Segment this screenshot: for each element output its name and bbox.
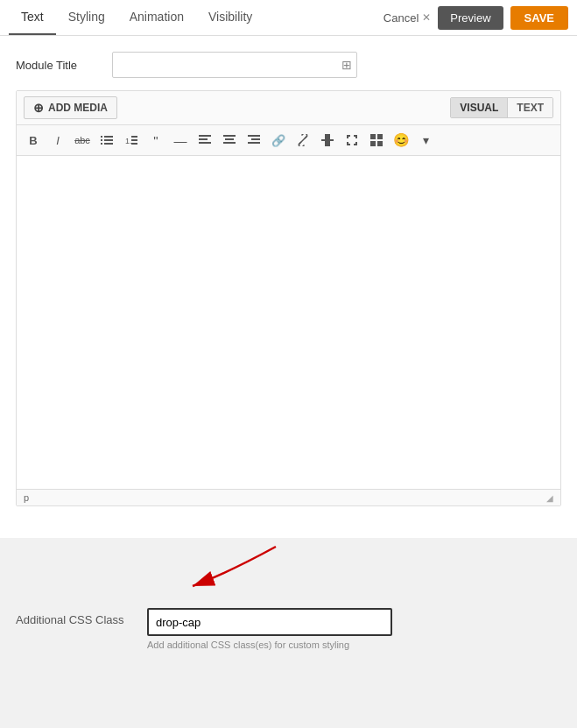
svg-rect-3 [104,139,113,141]
visual-button[interactable]: VISUAL [451,98,507,117]
visual-text-toggle: VISUAL TEXT [450,97,553,118]
align-right-button[interactable] [243,129,265,152]
italic-button[interactable]: I [46,129,69,152]
unordered-list-button[interactable] [95,129,118,152]
blockquote-button[interactable]: " [144,129,167,152]
svg-rect-5 [104,143,113,145]
svg-rect-26 [377,141,383,146]
tab-styling[interactable]: Styling [56,0,117,35]
strikethrough-button[interactable]: abc [71,129,94,152]
svg-rect-24 [377,134,383,139]
svg-line-19 [299,136,307,145]
resize-handle[interactable]: ◢ [546,493,553,503]
svg-text:1.: 1. [125,137,132,145]
close-icon: ✕ [422,11,431,24]
header-actions: Cancel ✕ Preview SAVE [383,6,568,30]
tab-text[interactable]: Text [9,0,56,35]
module-title-row: Module Title ⊞ [16,52,561,78]
align-left-button[interactable] [194,129,216,152]
unlink-button[interactable] [292,129,314,152]
align-center-button[interactable] [218,129,241,152]
svg-rect-4 [101,143,102,145]
main-content: Module Title ⊞ ⊕ ADD MEDIA VISUAL TEXT [0,36,577,538]
svg-rect-13 [223,135,236,137]
add-media-icon: ⊕ [33,101,44,115]
ordered-list-button[interactable]: 1. [120,129,143,152]
css-class-label: Additional CSS Class [16,608,147,626]
emoji-button[interactable]: 😊 [390,129,412,152]
save-button[interactable]: SAVE [510,6,568,30]
svg-rect-20 [321,139,334,141]
cancel-button[interactable]: Cancel ✕ [383,11,431,25]
svg-rect-7 [131,136,137,138]
arrow-svg [140,538,447,599]
tab-visibility[interactable]: Visibility [196,0,264,35]
arrow-annotation [0,538,577,599]
more-button[interactable]: ▾ [414,129,437,152]
editor-container: ⊕ ADD MEDIA VISUAL TEXT B I abc 1. [16,90,561,506]
svg-rect-16 [248,135,260,137]
hr-button[interactable]: — [169,129,192,152]
svg-rect-25 [370,141,376,146]
table-button[interactable] [365,129,388,152]
tabs: Text Styling Animation Visibility [9,0,264,35]
svg-rect-8 [131,139,137,141]
svg-rect-15 [223,142,236,144]
svg-rect-17 [251,138,260,140]
tab-animation[interactable]: Animation [117,0,196,35]
css-class-input[interactable] [147,608,392,636]
fullscreen-button[interactable] [341,129,363,152]
css-input-wrap [147,608,561,636]
editor-status-bar: p ◢ [17,489,560,505]
bold-button[interactable]: B [22,129,45,152]
preview-button[interactable]: Preview [438,6,503,30]
css-class-hint: Add additional CSS class(es) for custom … [147,640,561,650]
svg-rect-11 [199,138,208,140]
additional-css-section: Additional CSS Class Add additional CSS … [0,608,577,650]
svg-rect-10 [199,135,211,137]
svg-rect-1 [104,136,113,138]
svg-rect-9 [131,143,137,145]
svg-rect-2 [101,139,102,141]
css-class-row: Additional CSS Class [16,608,561,636]
svg-rect-21 [325,134,330,139]
text-editor[interactable] [17,156,560,489]
add-media-button[interactable]: ⊕ ADD MEDIA [24,96,117,119]
svg-rect-18 [248,142,260,144]
svg-rect-14 [225,138,234,140]
module-title-input[interactable] [112,52,357,78]
svg-rect-12 [199,142,211,144]
svg-rect-23 [370,134,376,139]
insert-line-button[interactable] [316,129,339,152]
editor-top-bar: ⊕ ADD MEDIA VISUAL TEXT [17,91,560,125]
text-button[interactable]: TEXT [508,98,552,117]
module-title-input-wrap: ⊞ [112,52,561,78]
svg-rect-22 [325,141,330,146]
editor-status-p: p [24,492,29,503]
link-button[interactable]: 🔗 [267,129,290,152]
svg-rect-0 [101,136,102,138]
format-toolbar: B I abc 1. " — 🔗 [17,125,560,156]
tab-bar: Text Styling Animation Visibility Cancel… [0,0,577,36]
module-title-label: Module Title [16,59,112,72]
